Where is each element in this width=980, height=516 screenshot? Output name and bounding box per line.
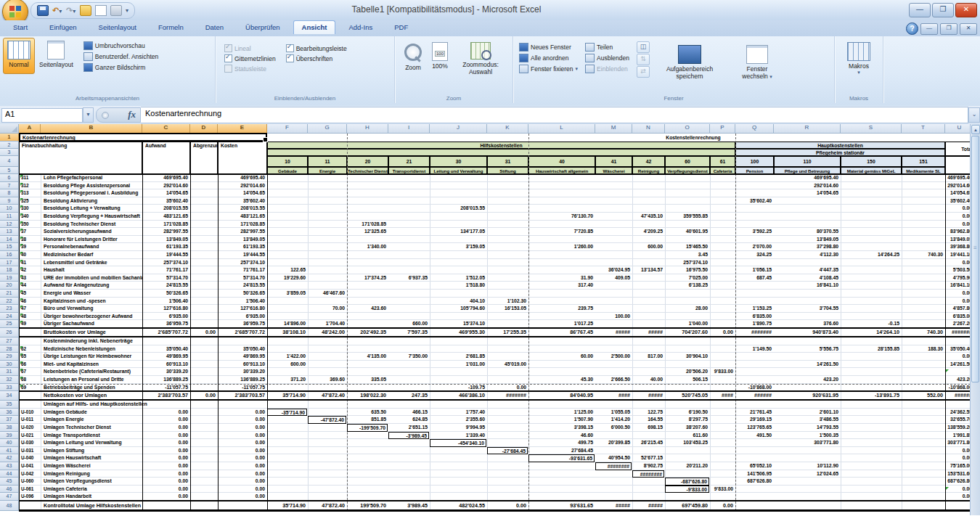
- formula-input[interactable]: Kostenartenrechnung: [141, 107, 968, 123]
- cell-N36[interactable]: 122.75: [632, 409, 664, 417]
- cell-N43[interactable]: 8'902.75: [632, 462, 664, 470]
- cell-S26[interactable]: 14'264.10: [841, 328, 901, 337]
- tab-einfuegen[interactable]: Einfügen: [41, 20, 86, 33]
- cell-E6[interactable]: 469'695.40: [218, 174, 266, 182]
- cell-N40[interactable]: 26'215.45: [632, 439, 664, 447]
- cell-J20[interactable]: 1'518.80: [430, 282, 486, 290]
- name-box-dropdown-icon[interactable]: ▼: [83, 107, 94, 123]
- cell-C7[interactable]: 292'014.60: [142, 182, 189, 190]
- cell-R44[interactable]: 12'024.65: [774, 470, 840, 478]
- reset-window-position-icon[interactable]: ⇄: [637, 66, 650, 78]
- cell-F48[interactable]: 35'714.90: [267, 501, 307, 511]
- formulabar-checkbox[interactable]: Bearbeitungsleiste: [286, 44, 347, 52]
- cell-Q39[interactable]: 491.50: [735, 432, 773, 440]
- cell-Q26[interactable]: #######: [735, 328, 773, 337]
- cell-B6[interactable]: Lohn Pflegefachpersonal: [42, 174, 142, 182]
- scrollbar-thumb[interactable]: [971, 136, 979, 382]
- cell-H36[interactable]: 635.50: [347, 409, 388, 417]
- zoom-100-button[interactable]: 100%: [428, 39, 452, 78]
- cell-N32[interactable]: 40.00: [632, 376, 664, 384]
- cell-A41[interactable]: U-031: [20, 447, 41, 455]
- cell-C15[interactable]: 61'193.35: [142, 243, 189, 251]
- cell-E43[interactable]: 0.00: [218, 462, 266, 470]
- cell-R15[interactable]: 37'298.80: [774, 243, 840, 251]
- cell-C12[interactable]: 171'028.85: [142, 221, 189, 229]
- cell-A36[interactable]: U-010: [20, 409, 41, 417]
- column-header-H[interactable]: H: [347, 124, 388, 134]
- cell-A19[interactable]: 43: [20, 274, 41, 282]
- cell-O16[interactable]: 3.45: [665, 251, 709, 259]
- cell-Q23[interactable]: 1'153.25: [735, 305, 773, 313]
- cell-B42[interactable]: Umlagen Hauswirtschaft: [42, 454, 142, 462]
- cell-B8[interactable]: Besoldung Pflegepersonal i. Ausbildung: [42, 189, 142, 197]
- cell-E34[interactable]: 2'383'703.57: [218, 391, 266, 401]
- cell-G32[interactable]: 369.60: [308, 376, 346, 384]
- cell-B14[interactable]: Honorare für Leistungen Dritter: [42, 236, 142, 244]
- cell-O40[interactable]: 103'453.25: [665, 439, 709, 447]
- cell-B22[interactable]: Kapitalzinsen und -spesen: [42, 298, 142, 306]
- cell-C9[interactable]: 35'602.40: [142, 197, 189, 205]
- column-header-T[interactable]: T: [902, 124, 945, 134]
- cell-E8[interactable]: 14'054.65: [218, 189, 266, 197]
- row-header-34[interactable]: 34: [0, 391, 19, 401]
- cell-B43[interactable]: Umlagen Wäscherei: [42, 462, 142, 470]
- row-header-14[interactable]: 14: [0, 236, 19, 244]
- cell-C13[interactable]: 282'997.55: [142, 228, 189, 236]
- workbook-minimize-button[interactable]: —: [920, 23, 938, 35]
- cell-G23[interactable]: 70.00: [308, 305, 346, 313]
- row-header-6[interactable]: 6: [0, 174, 19, 182]
- cell-E19[interactable]: 57'314.70: [218, 274, 266, 282]
- row-header-31[interactable]: 31: [0, 368, 19, 376]
- cell-E12[interactable]: 171'028.85: [218, 221, 266, 229]
- row-header-42[interactable]: 42: [0, 454, 19, 462]
- cell-E16[interactable]: 19'444.55: [218, 251, 266, 259]
- cell-E26[interactable]: 2'685'707.72: [218, 328, 266, 337]
- column-header-S[interactable]: S: [841, 124, 902, 134]
- cell-L19[interactable]: 31.90: [528, 274, 595, 282]
- cell-P31[interactable]: 9'833.00: [710, 368, 735, 376]
- cell-G37[interactable]: -47'872.40: [308, 416, 346, 424]
- row-header-16[interactable]: 16: [0, 251, 19, 259]
- cell-E41[interactable]: 0.00: [218, 447, 266, 455]
- row-header-29[interactable]: 29: [0, 353, 19, 361]
- column-header-Q[interactable]: Q: [735, 124, 774, 134]
- view-side-by-side-icon[interactable]: ◫: [637, 41, 650, 53]
- cell-C24[interactable]: 6'935.00: [142, 313, 189, 321]
- cell-E36[interactable]: 0.00: [218, 409, 266, 417]
- cell-B7[interactable]: Besoldung Pflege Assistenzpersonal: [42, 182, 142, 190]
- cell-A15[interactable]: 39: [20, 243, 41, 251]
- normal-view-button[interactable]: Normal: [3, 38, 35, 74]
- cell-O36[interactable]: 6'190.50: [665, 409, 709, 417]
- insert-function-icon[interactable]: fx: [128, 109, 136, 120]
- cell-E10[interactable]: 208'015.55: [218, 205, 266, 213]
- cell-A9[interactable]: 325: [20, 197, 41, 205]
- cell-L32[interactable]: 45.30: [528, 376, 595, 384]
- cell-A43[interactable]: U-041: [20, 462, 41, 470]
- cell-A39[interactable]: U-021: [20, 432, 41, 440]
- cell-J19[interactable]: 1'512.05: [430, 274, 486, 282]
- row-header-18[interactable]: 18: [0, 266, 19, 274]
- cell-E40[interactable]: 0.00: [218, 439, 266, 447]
- column-header-P[interactable]: P: [710, 124, 735, 134]
- cell-G21[interactable]: 46'467.60: [308, 290, 346, 298]
- column-header-O[interactable]: O: [665, 124, 710, 134]
- row-header-45[interactable]: 45: [0, 478, 19, 486]
- cell-R13[interactable]: 80'370.55: [774, 228, 840, 236]
- cell-J40[interactable]: -454'340.10: [430, 439, 486, 447]
- cell-Q38[interactable]: 123'765.65: [735, 424, 773, 432]
- cell-Q24[interactable]: 6'835.00: [735, 313, 773, 321]
- cell-M42[interactable]: 40'954.50: [595, 454, 632, 462]
- hide-button[interactable]: Ausblenden: [585, 54, 629, 62]
- cell-R26[interactable]: 940'873.40: [774, 328, 840, 337]
- cell-M19[interactable]: 409.05: [595, 274, 632, 282]
- cell-C34[interactable]: 2'383'703.57: [142, 391, 189, 401]
- cell-B27[interactable]: Kostenminderung inkl. Nebenerträge: [42, 337, 274, 345]
- cell-O31[interactable]: 20'506.20: [665, 368, 709, 376]
- cell-T16[interactable]: 740.30: [902, 251, 944, 259]
- cell-I48[interactable]: 3'989.45: [388, 501, 429, 511]
- cell-A10[interactable]: 330: [20, 205, 41, 213]
- cell-E20[interactable]: 24'815.55: [218, 282, 266, 290]
- cell-B9[interactable]: Besoldung Aktivierung: [42, 197, 142, 205]
- cell-A22[interactable]: 46: [20, 298, 41, 306]
- cell-C45[interactable]: 0.00: [142, 478, 189, 486]
